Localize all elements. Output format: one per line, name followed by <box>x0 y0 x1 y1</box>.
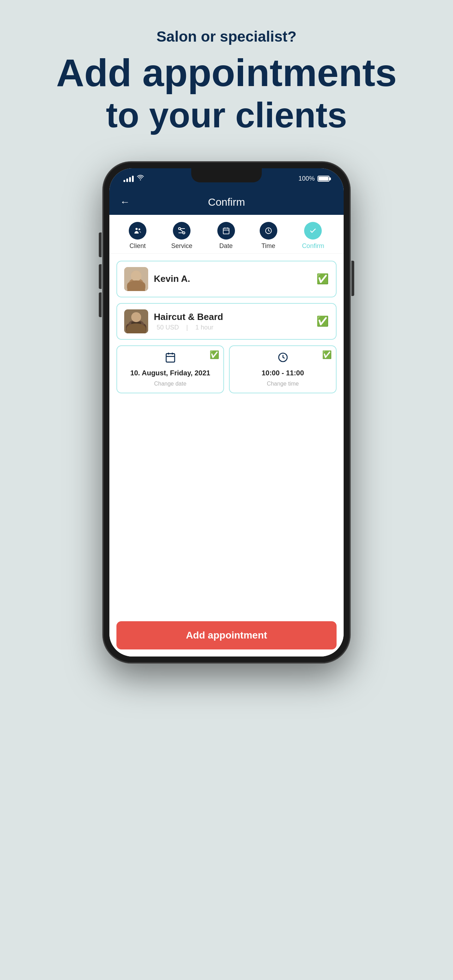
calendar-icon <box>165 352 176 366</box>
add-appointment-button[interactable]: Add appointment <box>116 621 337 649</box>
step-date-label: Date <box>219 242 232 250</box>
status-right: 100% <box>299 175 329 182</box>
service-card[interactable]: Haircut & Beard 50 USD | 1 hour ✅ <box>116 303 337 340</box>
step-confirm-label: Confirm <box>302 242 324 250</box>
wifi-icon <box>137 175 144 183</box>
svg-rect-6 <box>223 228 229 234</box>
notch <box>191 168 262 182</box>
step-confirm[interactable]: Confirm <box>302 222 324 250</box>
signal-bar-2 <box>126 178 128 182</box>
service-divider: | <box>186 324 190 331</box>
service-sub: 50 USD | 1 hour <box>154 324 311 331</box>
client-avatar <box>124 267 148 291</box>
service-avatar <box>124 309 148 333</box>
signal-bars-icon <box>124 176 134 182</box>
battery-fill <box>319 177 329 181</box>
step-client-icon <box>129 222 146 240</box>
status-left <box>124 175 144 183</box>
svg-rect-18 <box>126 323 146 333</box>
battery-text: 100% <box>299 175 315 182</box>
clock-icon <box>277 352 289 366</box>
signal-bar-3 <box>129 177 131 182</box>
svg-point-19 <box>129 320 144 328</box>
step-date[interactable]: Date <box>217 222 235 250</box>
date-change-label: Change date <box>154 381 187 387</box>
svg-rect-21 <box>166 353 175 362</box>
svg-rect-14 <box>127 282 145 291</box>
signal-bar-4 <box>132 176 134 182</box>
date-value: 10. August, Friday, 2021 <box>130 369 210 377</box>
service-name: Haircut & Beard <box>154 312 311 323</box>
service-duration: 1 hour <box>196 324 213 331</box>
client-check-icon: ✅ <box>316 273 329 285</box>
client-name: Kevin A. <box>154 274 311 284</box>
step-date-icon <box>217 222 235 240</box>
step-time[interactable]: Time <box>260 222 277 250</box>
nav-title: Confirm <box>137 196 316 208</box>
service-check-icon: ✅ <box>316 315 329 327</box>
steps-bar: Client Service <box>110 215 343 254</box>
step-service-label: Service <box>171 242 192 250</box>
svg-point-1 <box>139 228 140 230</box>
step-confirm-icon <box>304 222 322 240</box>
phone-mockup: 100% ← Confirm <box>0 162 453 663</box>
date-time-row: ✅ 10. August, Friday, 2021 Change date <box>116 345 337 393</box>
step-time-label: Time <box>261 242 275 250</box>
back-button[interactable]: ← <box>120 196 130 208</box>
time-card[interactable]: ✅ 10:00 - 11:00 Change time <box>229 345 337 393</box>
bottom-section: Add appointment <box>110 614 343 657</box>
date-check-icon: ✅ <box>210 350 219 360</box>
nav-bar: ← Confirm <box>110 189 343 215</box>
battery-icon <box>318 176 329 182</box>
svg-rect-16 <box>124 309 148 333</box>
client-card-content: Kevin A. <box>154 274 311 284</box>
time-check-icon: ✅ <box>322 350 332 360</box>
signal-bar-1 <box>124 180 125 182</box>
time-change-label: Change time <box>267 381 299 387</box>
date-card[interactable]: ✅ 10. August, Friday, 2021 Change date <box>116 345 224 393</box>
main-title-line2: to your clients <box>0 97 453 134</box>
step-service-icon <box>173 222 191 240</box>
time-value: 10:00 - 11:00 <box>261 369 304 377</box>
step-service[interactable]: Service <box>171 222 192 250</box>
svg-rect-20 <box>131 322 141 325</box>
step-time-icon <box>260 222 277 240</box>
status-bar: 100% <box>110 168 343 189</box>
phone-outer: 100% ← Confirm <box>103 162 350 663</box>
svg-point-15 <box>129 278 143 287</box>
client-card[interactable]: Kevin A. ✅ <box>116 261 337 298</box>
phone-inner: 100% ← Confirm <box>110 168 343 657</box>
step-client-label: Client <box>129 242 146 250</box>
step-client[interactable]: Client <box>129 222 146 250</box>
service-card-content: Haircut & Beard 50 USD | 1 hour <box>154 312 311 331</box>
svg-rect-11 <box>124 267 148 291</box>
subtitle: Salon or specialist? <box>0 28 453 45</box>
svg-point-0 <box>135 228 138 230</box>
svg-point-13 <box>131 270 141 279</box>
main-title-line1: Add appointments <box>0 52 453 93</box>
service-price: 50 USD <box>157 324 179 331</box>
header-section: Salon or specialist? Add appointments to… <box>0 0 453 148</box>
screen-content: Kevin A. ✅ <box>110 254 343 614</box>
